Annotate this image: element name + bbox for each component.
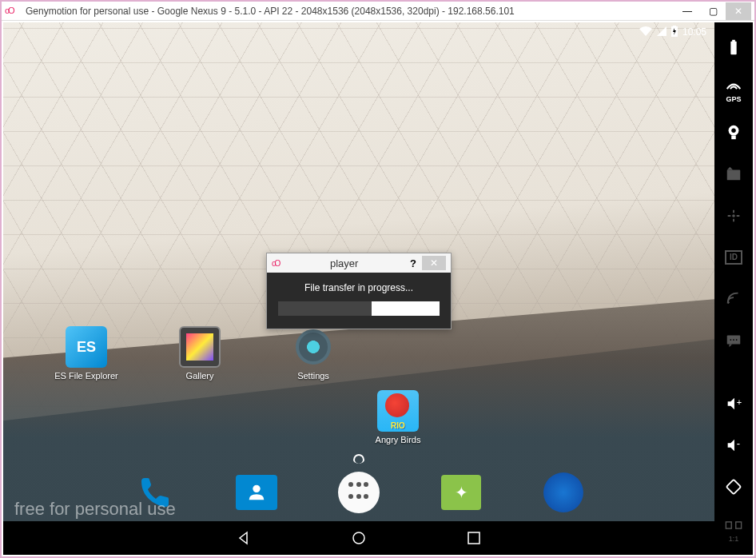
genymotion-sidebar: GPS ID + (714, 22, 753, 555)
app-label: ES File Explorer (54, 371, 117, 381)
file-transfer-dialog: oO player ? ✕ File transfer in progress.… (266, 253, 452, 329)
dialog-titlebar: oO player ? ✕ (267, 253, 451, 273)
settings-gear-icon (292, 326, 334, 368)
app-gallery[interactable]: Gallery (171, 326, 229, 381)
apps-drawer-icon (338, 472, 380, 513)
progress-bar (278, 301, 440, 316)
app-angry-birds[interactable]: RIO Angry Birds (369, 390, 427, 444)
svg-rect-4 (468, 532, 479, 544)
genymotion-logo-icon: oO (5, 6, 19, 17)
contacts-icon (236, 475, 277, 510)
side-network-button[interactable] (722, 289, 745, 309)
app-label: Angry Birds (376, 435, 421, 444)
app-label: Gallery (186, 371, 214, 381)
svg-point-11 (732, 214, 735, 217)
es-file-explorer-icon: ES (66, 326, 107, 368)
home-screen-row-1: ES ES File Explorer Gallery Settings (58, 326, 342, 381)
nav-home-button[interactable] (349, 528, 368, 548)
gallery-icon (179, 326, 221, 368)
wifi-icon (639, 26, 652, 38)
svg-rect-9 (731, 136, 736, 140)
svg-rect-10 (727, 169, 741, 180)
dock-messages[interactable]: ✦ (439, 470, 483, 515)
side-battery-button[interactable] (722, 37, 745, 58)
side-remote-button[interactable] (722, 205, 745, 226)
nav-back-button[interactable] (234, 528, 253, 548)
svg-point-15 (736, 339, 738, 341)
side-identifier-button[interactable]: ID (722, 247, 745, 268)
svg-point-8 (731, 129, 736, 134)
window-titlebar: oO Genymotion for personal use - Google … (2, 2, 754, 21)
messages-icon: ✦ (441, 475, 481, 510)
side-volume-up-button[interactable]: + (722, 393, 745, 413)
app-es-file-explorer[interactable]: ES ES File Explorer (58, 326, 115, 381)
app-label: Settings (297, 371, 329, 381)
maximize-button[interactable]: ▢ (700, 2, 726, 20)
android-nav-bar (3, 521, 714, 555)
side-volume-down-button[interactable]: - (722, 435, 745, 456)
nav-recent-button[interactable] (464, 528, 483, 548)
dialog-logo-icon: oO (272, 259, 279, 268)
svg-rect-1 (673, 26, 676, 27)
side-gps-button[interactable]: GPS (722, 78, 745, 101)
svg-text:-: - (737, 437, 740, 449)
svg-rect-18 (726, 480, 741, 494)
dialog-help-button[interactable]: ? (404, 257, 422, 269)
dialog-message: File transfer in progress... (278, 282, 440, 293)
angry-birds-icon: RIO (377, 390, 419, 432)
svg-point-13 (730, 339, 731, 341)
dock-contacts[interactable] (234, 470, 279, 515)
battery-charging-icon (671, 26, 678, 39)
browser-globe-icon (543, 472, 583, 512)
close-button[interactable]: ✕ (726, 2, 751, 20)
side-sms-button[interactable] (722, 330, 745, 351)
window-title: Genymotion for personal use - Google Nex… (26, 6, 674, 17)
emulator-screen[interactable]: 10:05 ES ES File Explorer Gallery Settin… (3, 22, 714, 555)
watermark-text: free for personal use (14, 499, 176, 520)
svg-rect-5 (730, 42, 736, 54)
svg-point-3 (353, 532, 364, 544)
status-time: 10:05 (682, 26, 706, 38)
android-status-bar[interactable]: 10:05 (3, 22, 714, 42)
dialog-title: player (284, 257, 404, 269)
svg-rect-6 (732, 40, 735, 42)
progress-fill (278, 301, 372, 316)
app-settings[interactable]: Settings (284, 326, 342, 381)
svg-text:+: + (737, 397, 742, 406)
dock-all-apps[interactable] (336, 470, 381, 515)
side-rotate-button[interactable] (722, 476, 745, 497)
minimize-button[interactable]: — (674, 2, 700, 20)
svg-point-2 (253, 485, 260, 492)
svg-rect-19 (726, 521, 731, 528)
signal-icon (657, 26, 666, 38)
side-capture-button[interactable] (722, 163, 745, 184)
svg-rect-20 (736, 521, 742, 528)
app-window: oO Genymotion for personal use - Google … (0, 0, 756, 558)
dock-browser[interactable] (541, 470, 586, 515)
svg-point-14 (733, 339, 734, 341)
dialog-close-button[interactable]: ✕ (422, 256, 446, 270)
side-scale-button[interactable]: 1:1 (722, 518, 745, 540)
home-screen-row-2: RIO Angry Birds (369, 390, 427, 444)
side-camera-button[interactable] (722, 122, 745, 142)
